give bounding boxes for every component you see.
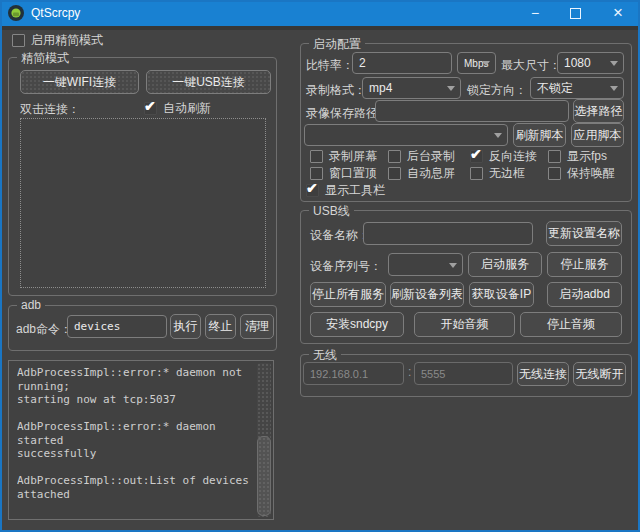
group-title: 启动配置: [309, 36, 365, 53]
checkbox-box: ✔: [144, 102, 157, 115]
one-key-usb-button[interactable]: 一键USB连接: [146, 70, 271, 94]
minimize-icon[interactable]: −: [515, 0, 555, 26]
checkbox-label: 自动刷新: [163, 100, 211, 117]
refresh-device-list-button[interactable]: 刷新设备列表: [390, 282, 464, 307]
checkbox-label: 自动息屏: [407, 165, 455, 182]
log-text: AdbProcessImpl::error:* daemon not runni…: [17, 366, 253, 515]
log-scrollbar[interactable]: [257, 363, 271, 517]
bitrate-input[interactable]: 2: [352, 52, 452, 74]
checkbox-label: 录制屏幕: [329, 148, 377, 165]
checkbox-label: 启用精简模式: [31, 32, 103, 49]
double-click-connect-label: 双击连接：: [20, 101, 80, 118]
max-size-select[interactable]: 1080: [557, 52, 624, 74]
wireless-connect-button[interactable]: 无线连接: [517, 362, 569, 386]
selected-value: 不锁定: [537, 80, 573, 97]
checkbox-box: [388, 150, 401, 163]
checkbox-window-on-top[interactable]: 窗口置顶: [310, 166, 377, 180]
checkbox-box: [548, 167, 561, 180]
stop-audio-button[interactable]: 停止音频: [520, 312, 622, 337]
chevron-down-icon: [610, 61, 618, 66]
group-title: adb: [17, 298, 45, 312]
log-console[interactable]: AdbProcessImpl::error:* daemon not runni…: [8, 360, 274, 520]
adb-execute-button[interactable]: 执行: [170, 314, 201, 339]
bitrate-label: 比特率：: [306, 57, 354, 74]
checkbox-auto-refresh[interactable]: ✔ 自动刷新: [144, 101, 211, 115]
wireless-disconnect-button[interactable]: 无线断开: [573, 362, 626, 386]
start-adbd-button[interactable]: 启动adbd: [547, 282, 622, 307]
checkbox-record-screen[interactable]: 录制屏幕: [310, 149, 377, 163]
stop-all-services-button[interactable]: 停止所有服务: [310, 282, 386, 307]
chevron-down-icon: [447, 86, 455, 91]
refresh-script-button[interactable]: 刷新脚本: [513, 123, 566, 147]
checkbox-box: [310, 150, 323, 163]
check-icon: ✔: [470, 146, 482, 162]
maximize-icon[interactable]: [555, 0, 595, 26]
checkbox-reverse-connect[interactable]: ✔ 反向连接: [470, 149, 537, 163]
checkbox-box: ✔: [470, 150, 483, 163]
group-title: 精简模式: [17, 50, 73, 67]
choose-path-button[interactable]: 选择路径: [573, 99, 624, 123]
device-serial-label: 设备序列号：: [310, 258, 382, 275]
chevron-down-icon: [449, 263, 457, 268]
selected-value: 1080: [564, 56, 591, 70]
max-size-label: 最大尺寸：: [501, 57, 561, 74]
checkbox-box: [310, 167, 323, 180]
checkbox-auto-screen-off[interactable]: 自动息屏: [388, 166, 455, 180]
adb-command-input[interactable]: devices: [67, 315, 167, 338]
checkbox-label: 窗口置顶: [329, 165, 377, 182]
get-device-ip-button[interactable]: 获取设备IP: [469, 282, 534, 307]
one-key-wifi-button[interactable]: 一键WIFI连接: [20, 70, 139, 94]
device-name-input[interactable]: [363, 222, 533, 245]
qtscrcpy-window: QtScrcpy − × 启用精简模式 精简模式 一键WIFI连接 一键USB连…: [0, 0, 640, 532]
window-title: QtScrcpy: [31, 0, 80, 26]
apply-script-button[interactable]: 应用脚本: [571, 123, 624, 147]
checkbox-box: [548, 150, 561, 163]
checkbox-background-record[interactable]: 后台录制: [388, 149, 455, 163]
chevron-down-icon: [482, 61, 490, 66]
update-device-name-button[interactable]: 更新设置名称: [546, 221, 622, 246]
checkbox-show-fps[interactable]: 显示fps: [548, 149, 607, 163]
checkbox-label: 显示工具栏: [325, 182, 385, 199]
checkbox-box: [12, 34, 25, 47]
checkbox-label: 显示fps: [567, 148, 607, 165]
chevron-down-icon: [610, 86, 618, 91]
script-select[interactable]: [304, 124, 508, 146]
checkbox-enable-simple-mode[interactable]: 启用精简模式: [12, 33, 103, 47]
checkbox-label: 保持唤醒: [567, 165, 615, 182]
maximize-glyph: [570, 8, 581, 19]
adb-clear-button[interactable]: 清理: [240, 314, 274, 339]
stop-service-button[interactable]: 停止服务: [547, 252, 622, 277]
checkbox-box: ✔: [306, 184, 319, 197]
device-serial-select[interactable]: [388, 253, 463, 276]
record-format-label: 录制格式：: [306, 82, 366, 99]
lock-orientation-select[interactable]: 不锁定: [530, 77, 624, 99]
adb-command-label: adb命令：: [16, 321, 72, 338]
titlebar-seam: [0, 26, 640, 30]
close-icon[interactable]: ×: [598, 0, 638, 26]
install-sndcpy-button[interactable]: 安装sndcpy: [310, 312, 404, 337]
android-glyph: [11, 8, 21, 18]
start-service-button[interactable]: 启动服务: [468, 252, 542, 277]
check-icon: ✔: [144, 98, 156, 114]
record-path-label: 录像保存路径: [306, 105, 378, 122]
record-path-input[interactable]: [375, 100, 569, 122]
group-title: USB线: [309, 203, 354, 220]
checkbox-box: [388, 167, 401, 180]
wireless-port-input[interactable]: 5555: [414, 362, 513, 385]
device-list[interactable]: [20, 118, 266, 288]
checkbox-label: 后台录制: [407, 148, 455, 165]
log-scrollbar-thumb[interactable]: [257, 436, 271, 516]
record-format-select[interactable]: mp4: [362, 77, 461, 99]
chevron-down-icon: [494, 133, 502, 138]
checkbox-label: 反向连接: [489, 148, 537, 165]
start-audio-button[interactable]: 开始音频: [414, 312, 515, 337]
bitrate-unit-select[interactable]: Mbps: [457, 52, 496, 74]
wireless-ip-input[interactable]: 192.168.0.1: [303, 362, 404, 385]
checkbox-box: [470, 167, 483, 180]
checkbox-keep-awake[interactable]: 保持唤醒: [548, 166, 615, 180]
adb-terminate-button[interactable]: 终止: [205, 314, 236, 339]
app-android-icon: [8, 5, 24, 21]
title-bar[interactable]: QtScrcpy − ×: [0, 0, 640, 26]
checkbox-show-toolbar[interactable]: ✔ 显示工具栏: [306, 183, 385, 197]
checkbox-frameless[interactable]: 无边框: [470, 166, 525, 180]
